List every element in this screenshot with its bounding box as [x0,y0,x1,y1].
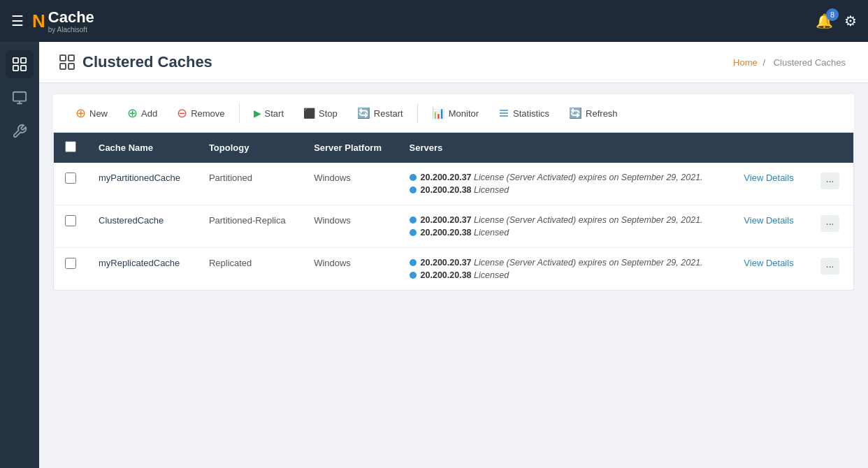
row-checkbox-0[interactable] [65,173,76,184]
server-status-dot-1-1 [410,229,417,236]
toolbar-divider-2 [417,103,418,123]
statistics-button[interactable]: Statistics [490,103,558,123]
logo-brand: Cache [48,8,94,26]
topology-1: Partitioned-Replica [209,215,286,226]
server-status-dot-0-1 [410,187,417,193]
row-checkbox-2[interactable] [65,258,76,269]
svg-rect-2 [13,66,18,71]
server-ip-1-0: 20.200.20.37 [421,215,472,225]
cache-name-0: myPartitionedCache [99,173,180,183]
server-platform-2: Windows [314,258,351,268]
main-layout: Clustered Caches Home / Clustered Caches… [0,42,868,468]
breadcrumb: Home / Clustered Caches [733,57,848,68]
svg-rect-4 [13,92,26,101]
navbar: ☰ N Cache by Alachisoft 🔔 8 ⚙ [0,0,868,42]
col-server-platform: Server Platform [303,133,398,163]
server-info-0-0: 20.200.20.37 License (Server Activated) … [421,173,703,182]
svg-rect-1 [21,58,26,63]
more-button-2[interactable]: ··· [820,258,840,275]
monitor-button[interactable]: 📊 Monitor [424,103,487,124]
server-ip-0-0: 20.200.20.37 [421,173,472,182]
remove-button[interactable]: ⊖ Remove [168,101,233,125]
statistics-icon [498,108,509,119]
breadcrumb-separator: / [762,57,765,68]
add-button[interactable]: ⊕ Add [119,101,166,125]
server-platform-0: Windows [314,173,351,183]
select-all-checkbox[interactable] [65,141,76,152]
restart-button[interactable]: 🔄 Restart [349,103,412,124]
sidebar-item-cluster[interactable] [6,50,34,78]
cache-name-2: myReplicatedCache [99,258,180,268]
server-ip-2-0: 20.200.20.37 [421,258,472,268]
col-servers: Servers [398,133,733,163]
cache-name-1: ClusteredCache [99,215,164,226]
server-entry-1-1: 20.200.20.38 Licensed [410,228,722,237]
toolbar: ⊕ New ⊕ Add ⊖ Remove ▶ Start ⬛ Stop 🔄 [53,94,854,133]
monitor-icon: 📊 [432,107,445,119]
server-ip-1-1: 20.200.20.38 [421,228,472,237]
start-icon: ▶ [254,108,261,119]
more-button-1[interactable]: ··· [820,215,840,232]
refresh-icon: 🔄 [569,107,582,119]
server-entry-0-0: 20.200.20.37 License (Server Activated) … [410,173,722,182]
sidebar-item-tools[interactable] [6,117,34,145]
server-info-1-1: 20.200.20.38 Licensed [421,228,509,237]
hamburger-icon[interactable]: ☰ [11,13,24,29]
col-topology: Topology [198,133,303,163]
server-entry-2-0: 20.200.20.37 License (Server Activated) … [410,258,722,268]
breadcrumb-home[interactable]: Home [733,57,758,68]
start-button[interactable]: ▶ Start [245,103,292,123]
breadcrumb-current: Clustered Caches [774,57,846,68]
logo-tagline: by Alachisoft [48,27,94,34]
svg-rect-7 [60,55,66,61]
view-details-button-1[interactable]: View Details [744,215,793,226]
topology-2: Replicated [209,258,252,268]
server-info-2-0: 20.200.20.37 License (Server Activated) … [421,258,703,268]
sidebar [0,42,39,468]
settings-gear-icon[interactable]: ⚙ [844,13,857,29]
cache-table-container: Cache Name Topology Server Platform Serv… [53,133,854,291]
server-status-dot-2-0 [410,259,417,266]
server-info-2-1: 20.200.20.38 Licensed [421,270,509,280]
stop-button[interactable]: ⬛ Stop [295,103,346,123]
new-button[interactable]: ⊕ New [67,101,116,125]
col-cache-name: Cache Name [87,133,198,163]
svg-rect-9 [60,64,66,69]
logo-n-letter: N [32,10,45,32]
row-checkbox-1[interactable] [65,215,76,226]
svg-rect-0 [13,58,18,63]
new-icon: ⊕ [75,105,86,121]
table-row: myPartitionedCachePartitionedWindows 20.… [54,163,853,205]
server-status-dot-0-0 [410,174,417,181]
table-row: ClusteredCachePartitioned-ReplicaWindows… [54,205,853,248]
navbar-right: 🔔 8 ⚙ [816,13,857,29]
notifications-button[interactable]: 🔔 8 [816,13,833,29]
server-entry-2-1: 20.200.20.38 Licensed [410,270,722,280]
stop-icon: ⬛ [303,108,315,119]
more-button-0[interactable]: ··· [820,173,840,189]
server-status-dot-1-0 [410,217,417,224]
server-platform-1: Windows [314,215,351,226]
page-title-row: Clustered Caches [59,53,212,71]
page-title-icon [59,54,75,71]
server-entry-0-1: 20.200.20.38 Licensed [410,185,722,195]
sidebar-item-monitor[interactable] [6,84,34,112]
svg-rect-10 [68,64,74,69]
remove-icon: ⊖ [177,105,187,121]
server-entry-1-0: 20.200.20.37 License (Server Activated) … [410,215,722,225]
table-header: Cache Name Topology Server Platform Serv… [54,133,853,163]
server-ip-2-1: 20.200.20.38 [421,270,472,280]
server-info-0-1: 20.200.20.38 Licensed [421,185,509,195]
server-status-dot-2-1 [410,272,417,279]
page-header: Clustered Caches Home / Clustered Caches [39,42,868,83]
content-area: Clustered Caches Home / Clustered Caches… [39,42,868,468]
col-more [809,133,853,163]
server-info-1-0: 20.200.20.37 License (Server Activated) … [421,215,703,225]
view-details-button-2[interactable]: View Details [744,258,793,268]
refresh-button[interactable]: 🔄 Refresh [560,103,626,124]
page-title: Clustered Caches [82,53,212,71]
svg-rect-3 [21,66,26,71]
server-ip-0-1: 20.200.20.38 [421,185,472,195]
view-details-button-0[interactable]: View Details [744,173,793,183]
cache-table: Cache Name Topology Server Platform Serv… [54,133,853,290]
